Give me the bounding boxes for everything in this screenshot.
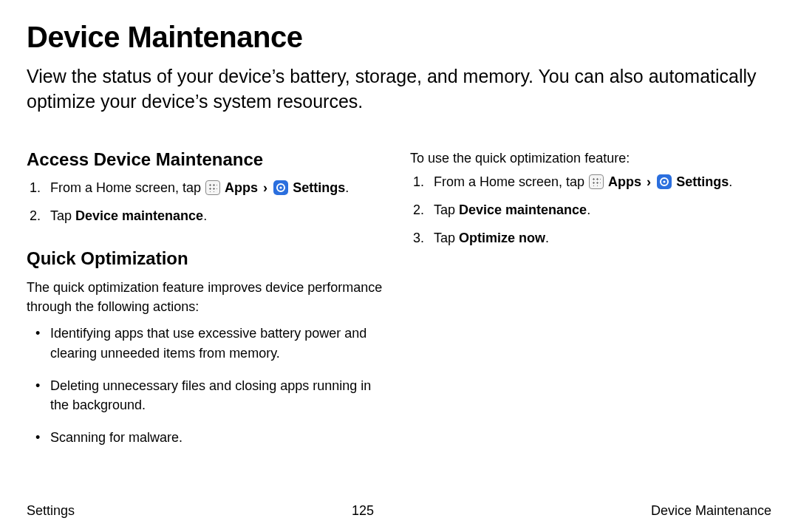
heading-quick-opt: Quick Optimization	[27, 246, 388, 272]
list-item: Deleting unnecessary files and closing a…	[27, 376, 388, 415]
apps-grid-icon	[205, 180, 220, 195]
footer-right: Device Maintenance	[651, 503, 771, 519]
apps-label: Apps	[608, 174, 641, 189]
list-item: Scanning for malware.	[27, 428, 388, 447]
period: .	[345, 180, 349, 195]
access-step-1: From a Home screen, tap Apps › Settings.	[27, 178, 388, 197]
content-columns: Access Device Maintenance From a Home sc…	[27, 144, 771, 460]
settings-gear-icon	[273, 180, 288, 195]
quick-opt-bullets: Identifying apps that use excessive batt…	[27, 324, 388, 446]
settings-label: Settings	[293, 180, 345, 195]
footer-left: Settings	[27, 503, 75, 519]
step-text: Tap	[434, 202, 459, 217]
period: .	[729, 174, 732, 189]
step-text: Tap	[434, 231, 459, 245]
period: .	[545, 231, 549, 245]
apps-grid-icon	[589, 174, 604, 189]
step-text: From a Home screen, tap	[434, 174, 588, 189]
heading-access: Access Device Maintenance	[27, 147, 388, 173]
quick-opt-intro: The quick optimization feature improves …	[27, 278, 388, 316]
list-item: Identifying apps that use excessive batt…	[27, 324, 388, 362]
optimize-now-label: Optimize now	[459, 231, 545, 245]
device-maint-label: Device maintenance	[459, 202, 587, 217]
chevron-right-icon: ›	[647, 174, 651, 189]
access-step-2: Tap Device maintenance.	[27, 206, 388, 225]
quick-step-3: Tap Optimize now.	[410, 228, 771, 248]
period: .	[203, 208, 207, 223]
quick-use-lead: To use the quick optimization feature:	[410, 149, 771, 168]
step-text: From a Home screen, tap	[50, 180, 205, 195]
period: .	[587, 202, 590, 217]
settings-label: Settings	[676, 174, 729, 189]
intro-text: View the status of your device’s battery…	[27, 64, 771, 115]
svg-point-3	[664, 180, 666, 183]
left-column: Access Device Maintenance From a Home sc…	[27, 144, 388, 460]
quick-use-steps: From a Home screen, tap Apps › Settings.…	[410, 172, 771, 248]
device-maint-label: Device maintenance	[75, 208, 203, 223]
access-steps: From a Home screen, tap Apps › Settings.…	[27, 178, 388, 225]
apps-label: Apps	[225, 180, 258, 195]
page-footer: Settings 125 Device Maintenance	[27, 503, 771, 519]
settings-gear-icon	[657, 174, 672, 189]
chevron-right-icon: ›	[263, 180, 267, 195]
footer-page-number: 125	[352, 503, 374, 519]
page-title: Device Maintenance	[27, 21, 771, 54]
quick-step-1: From a Home screen, tap Apps › Settings.	[410, 172, 771, 191]
quick-step-2: Tap Device maintenance.	[410, 200, 771, 219]
svg-point-1	[280, 187, 282, 189]
right-column: To use the quick optimization feature: F…	[410, 144, 771, 460]
step-text: Tap	[50, 208, 75, 223]
